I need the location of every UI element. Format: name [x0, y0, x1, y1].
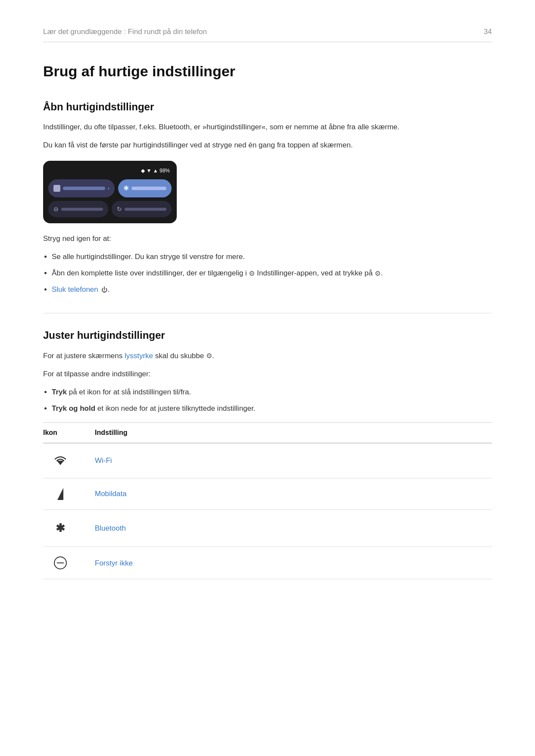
bullet-3: Sluk telefonen ⏻. [52, 284, 492, 296]
stryg-label: Stryg ned igen for at: [43, 233, 492, 245]
section2-bullets: Tryk på et ikon for at slå indstillingen… [52, 386, 492, 415]
qs-row-2: ⊖ ↻ [48, 201, 172, 217]
bluetooth-label[interactable]: Bluetooth [95, 522, 126, 534]
wifi-icon [53, 453, 68, 469]
table-row-dnd: Forstyr ikke [43, 547, 492, 579]
section1-para2: Du kan få vist de første par hurtigindst… [43, 139, 492, 151]
section2-para2: For at tilpasse andre indstillinger: [43, 368, 492, 380]
header-title: Lær det grundlæggende : Find rundt på di… [43, 26, 207, 37]
wifi-icon-cell [43, 453, 78, 469]
section2-title: Juster hurtigindstillinger [43, 327, 492, 344]
gear-icon-inline-2: ⚙ [375, 268, 381, 279]
phone-status-bar: ◆ ▼ ▲ 98% [48, 167, 172, 175]
page-number: 34 [484, 26, 492, 37]
table-header: Ikon Indstilling [43, 422, 492, 444]
settings-icon-inline: ⚙ [249, 268, 255, 279]
qs-small-tile-2: ↻ [112, 201, 172, 217]
qs-tile-2: ✱ [118, 179, 172, 197]
section1-para1: Indstillinger, du ofte tilpasser, f.eks.… [43, 121, 492, 133]
svg-marker-0 [57, 461, 64, 465]
qs-small-tile-1: ⊖ [48, 201, 108, 217]
qs-row-1: › ✱ [48, 179, 172, 197]
section2-bullet-2: Tryk og hold et ikon nede for at justere… [52, 403, 492, 415]
bluetooth-icon-cell: ✱ [43, 519, 78, 537]
lysstyrke-link[interactable]: lysstyrke [125, 352, 153, 360]
bluetooth-icon: ✱ [56, 519, 65, 537]
table-col-icon: Ikon [43, 427, 78, 438]
table-row-wifi: Wi-Fi [43, 444, 492, 478]
brightness-icon: ⚙ [206, 350, 212, 362]
table-row-mobile: Mobildata [43, 478, 492, 510]
dnd-label[interactable]: Forstyr ikke [95, 557, 133, 569]
dnd-icon [54, 556, 67, 569]
qs-tile-1: › [48, 179, 115, 197]
wifi-label[interactable]: Wi-Fi [95, 455, 112, 466]
section1-bullets: Se alle hurtigindstillinger. Du kan stry… [52, 251, 492, 296]
top-divider [43, 42, 492, 42]
page-header: Lær det grundlæggende : Find rundt på di… [43, 26, 492, 37]
mobile-data-icon [57, 488, 63, 500]
section-divider-1 [43, 313, 492, 313]
dnd-icon-cell [43, 556, 78, 569]
table-row-bluetooth: ✱ Bluetooth [43, 510, 492, 547]
mobile-icon-cell [43, 488, 78, 500]
settings-table: Ikon Indstilling Wi-Fi Mobildata ✱ Bluet… [43, 422, 492, 579]
main-title: Brug af hurtige indstillinger [43, 59, 492, 83]
sluk-link[interactable]: Sluk telefonen [52, 285, 98, 294]
section1-title: Åbn hurtigindstillinger [43, 99, 492, 115]
phone-mockup: ◆ ▼ ▲ 98% › ✱ ⊖ ↻ [43, 161, 177, 223]
power-icon: ⏻ [101, 285, 107, 295]
table-col-setting: Indstilling [95, 427, 128, 438]
mobile-label[interactable]: Mobildata [95, 488, 127, 500]
bullet-2: Åbn den komplette liste over indstilling… [52, 267, 492, 279]
section2-para1: For at justere skærmens lysstyrke skal d… [43, 350, 492, 362]
bullet-1: Se alle hurtigindstillinger. Du kan stry… [52, 251, 492, 263]
section2-bullet-1: Tryk på et ikon for at slå indstillingen… [52, 386, 492, 398]
